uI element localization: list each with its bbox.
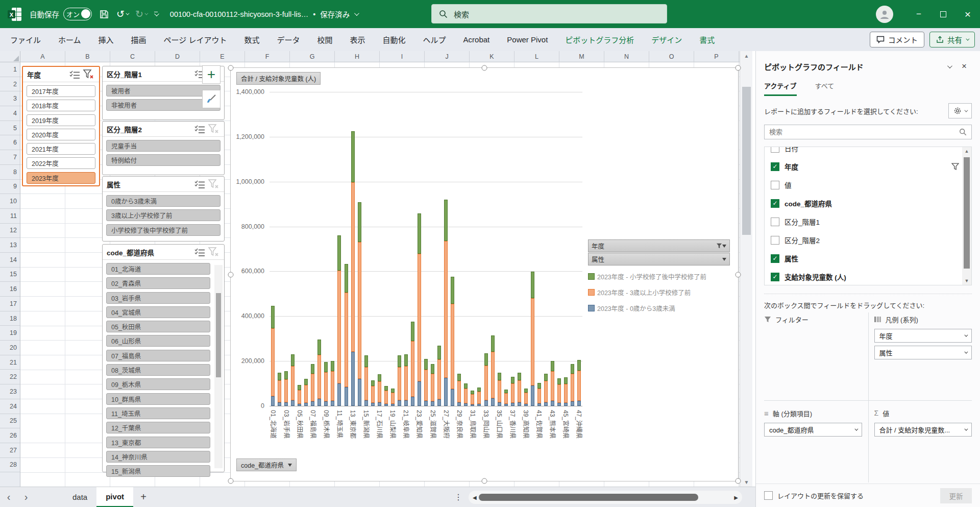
slicer-item[interactable]: 小学校修了後中学校修了前	[106, 224, 220, 236]
column-header-G[interactable]: G	[290, 51, 335, 62]
row-header-12[interactable]: 12	[0, 224, 20, 238]
customize-quick-access-icon[interactable]	[154, 12, 158, 16]
area-field-chip[interactable]: 年度	[874, 329, 972, 343]
vertical-scroll-thumb[interactable]	[742, 87, 751, 235]
chart-handle[interactable]	[736, 65, 741, 71]
row-header-4[interactable]: 4	[0, 106, 20, 121]
excel-app-icon[interactable]: X	[7, 7, 22, 22]
slicer-item[interactable]: 12_千葉県	[106, 422, 210, 433]
undo-icon[interactable]: ↺	[116, 8, 128, 20]
chart-handle[interactable]	[228, 65, 234, 71]
slicer-item[interactable]: 3歳以上小学校修了前	[106, 209, 220, 221]
field-checkbox[interactable]: ✓	[771, 162, 779, 171]
slicer-scroll-thumb[interactable]	[216, 293, 221, 377]
pane-tab-0[interactable]: アクティブ	[764, 81, 797, 96]
horizontal-scrollbar[interactable]: ◀ ▶	[469, 491, 742, 504]
row-header-7[interactable]: 7	[0, 150, 20, 165]
column-header-F[interactable]: F	[245, 51, 290, 62]
ribbon-tab-2[interactable]: 挿入	[99, 34, 114, 45]
field-item-0[interactable]: 日付	[765, 147, 961, 157]
row-header-9[interactable]: 9	[0, 180, 20, 195]
slicer-item[interactable]: 02_青森県	[106, 277, 210, 289]
clear-filter-icon[interactable]	[207, 179, 220, 190]
slicer-item[interactable]: 06_山形県	[106, 335, 210, 347]
column-header-E[interactable]: E	[200, 51, 245, 62]
vertical-scrollbar[interactable]: ▲ ▼	[740, 51, 752, 487]
minimize-button[interactable]: −	[906, 0, 931, 28]
row-header-22[interactable]: 22	[0, 370, 20, 384]
multi-select-icon[interactable]	[193, 179, 207, 190]
legend-field-button[interactable]: 属性	[588, 253, 730, 265]
row-header-23[interactable]: 23	[0, 384, 20, 399]
sheet-tab-data[interactable]: data	[63, 487, 96, 507]
ribbon-tab-0[interactable]: ファイル	[10, 34, 41, 45]
fields-search[interactable]	[764, 125, 972, 139]
axis-area[interactable]: ≡ 軸 (分類項目) code_都道府県	[764, 406, 868, 437]
ribbon-tab-12[interactable]: Power Pivot	[507, 35, 548, 44]
pane-tab-1[interactable]: すべて	[815, 81, 835, 96]
scroll-down-icon[interactable]: ▼	[740, 477, 753, 487]
row-header-13[interactable]: 13	[0, 238, 20, 253]
save-icon[interactable]	[99, 9, 109, 19]
share-button[interactable]: 共有	[929, 32, 975, 47]
update-button[interactable]: 更新	[940, 488, 972, 503]
row-header-1[interactable]: 1	[0, 62, 20, 77]
scroll-left-icon[interactable]: ◀	[473, 495, 477, 500]
slicer-item[interactable]: 2019年度	[27, 114, 95, 126]
ribbon-tab-1[interactable]: ホーム	[58, 34, 81, 45]
chip-dropdown-icon[interactable]	[964, 427, 968, 431]
undo-dropdown-icon[interactable]	[126, 12, 129, 15]
field-item-3[interactable]: ✓code_都道府県	[765, 194, 961, 212]
clear-filter-icon[interactable]	[207, 124, 220, 135]
field-item-1[interactable]: ✓年度	[765, 157, 961, 176]
multi-select-icon[interactable]	[68, 69, 82, 80]
slicer-item[interactable]: 13_東京都	[106, 437, 210, 448]
field-checkbox[interactable]	[771, 181, 779, 189]
area-field-chip[interactable]: code_都道府県	[764, 423, 862, 437]
field-checkbox[interactable]: ✓	[771, 273, 779, 281]
column-header-D[interactable]: D	[155, 51, 200, 62]
field-checkbox[interactable]: ✓	[771, 199, 779, 208]
title-dropdown-icon[interactable]	[354, 11, 359, 16]
tools-button[interactable]	[948, 103, 972, 118]
column-header-M[interactable]: M	[559, 51, 604, 62]
chip-dropdown-icon[interactable]	[964, 350, 968, 354]
ribbon-tab-8[interactable]: 表示	[350, 34, 365, 45]
row-header-5[interactable]: 5	[0, 121, 20, 136]
chart-handle[interactable]	[228, 272, 234, 277]
field-item-7[interactable]: ✓支給対象児童数 (人)	[765, 268, 961, 285]
column-header-P[interactable]: P	[694, 51, 739, 62]
row-header-20[interactable]: 20	[0, 341, 20, 355]
field-item-5[interactable]: 区分_階層2	[765, 231, 961, 249]
legend-area[interactable]: 凡例 (系列) 年度属性	[868, 312, 972, 359]
chip-dropdown-icon[interactable]	[854, 427, 858, 431]
account-avatar[interactable]	[876, 6, 893, 23]
ribbon-tab-6[interactable]: データ	[277, 34, 300, 45]
ribbon-tab-14[interactable]: デザイン	[651, 34, 682, 45]
slicer-item[interactable]: 01_北海道	[106, 263, 210, 275]
ribbon-tab-5[interactable]: 数式	[244, 34, 259, 45]
fields-search-input[interactable]	[769, 128, 959, 136]
row-header-6[interactable]: 6	[0, 135, 20, 150]
slicer-item[interactable]: 2022年度	[27, 157, 95, 169]
clear-filter-icon[interactable]	[82, 69, 95, 80]
slicer-item[interactable]: 04_宮城県	[106, 306, 210, 318]
chart-styles-button[interactable]	[202, 90, 220, 108]
close-button[interactable]: ×	[955, 0, 980, 28]
scroll-up-icon[interactable]: ▲	[962, 147, 971, 155]
ribbon-tab-10[interactable]: ヘルプ	[423, 34, 446, 45]
column-header-A[interactable]: A	[20, 51, 65, 62]
slicer-nendo[interactable]: 年度2017年度2018年度2019年度2020年度2021年度2022年度20…	[22, 66, 100, 186]
column-header-L[interactable]: L	[514, 51, 559, 62]
row-header-14[interactable]: 14	[0, 253, 20, 268]
slicer-item[interactable]: 2018年度	[27, 100, 95, 111]
slicer-item[interactable]: 05_秋田県	[106, 321, 210, 332]
maximize-button[interactable]	[931, 0, 955, 28]
row-header-16[interactable]: 16	[0, 282, 20, 297]
field-checkbox[interactable]	[771, 236, 779, 245]
row-header-3[interactable]: 3	[0, 91, 20, 106]
row-header-28[interactable]: 28	[0, 458, 20, 473]
saved-status[interactable]: 保存済み	[320, 9, 350, 19]
column-headers[interactable]: ABCDEFGHIJKLMNOP	[0, 51, 740, 62]
field-filter-icon[interactable]	[951, 163, 959, 170]
